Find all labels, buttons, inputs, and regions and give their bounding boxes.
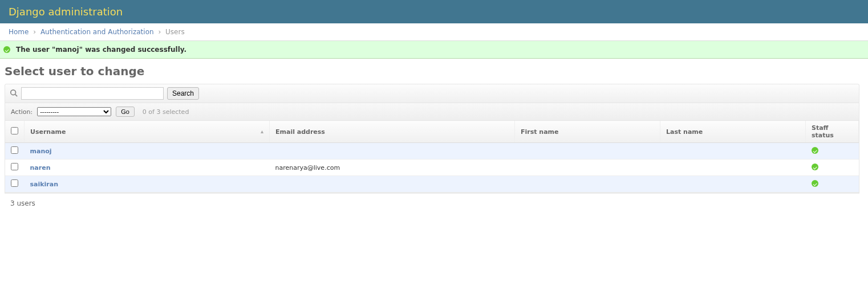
row-checkbox[interactable]: [11, 179, 18, 187]
table-row: manoj: [5, 143, 859, 160]
svg-line-1: [15, 94, 18, 96]
paginator: 3 users: [5, 193, 859, 213]
success-message: The user "manoj" was changed successfull…: [0, 41, 868, 58]
email-cell: narenarya@live.com: [270, 160, 515, 176]
select-all-checkbox[interactable]: [11, 127, 18, 134]
results-table-wrapper: Username ▴ Email address First name Last…: [5, 121, 859, 193]
first-name-cell: [515, 160, 660, 176]
breadcrumb-separator: ›: [156, 28, 163, 36]
search-button[interactable]: Search: [167, 87, 199, 100]
search-toolbar: Search: [5, 84, 859, 103]
col-last-name[interactable]: Last name: [660, 121, 806, 143]
col-staff-status[interactable]: Staff status: [806, 121, 859, 143]
col-first-name[interactable]: First name: [515, 121, 660, 143]
col-email[interactable]: Email address: [270, 121, 515, 143]
results-table: Username ▴ Email address First name Last…: [5, 121, 859, 193]
row-checkbox[interactable]: [11, 146, 18, 154]
svg-point-0: [11, 89, 16, 95]
success-message-text: The user "manoj" was changed successfull…: [16, 46, 186, 54]
check-icon: [812, 147, 818, 154]
username-link[interactable]: naren: [30, 164, 51, 171]
page-title: Select user to change: [5, 64, 859, 78]
first-name-cell: [515, 143, 660, 160]
username-link[interactable]: manoj: [30, 148, 52, 155]
staff-cell: [806, 143, 859, 160]
staff-cell: [806, 160, 859, 176]
col-username[interactable]: Username ▴: [25, 121, 270, 143]
breadcrumb-auth[interactable]: Authentication and Authorization: [40, 28, 154, 36]
selection-counter: 0 of 3 selected: [143, 108, 189, 116]
table-row: saikiran: [5, 176, 859, 193]
last-name-cell: [660, 160, 806, 176]
go-button[interactable]: Go: [116, 107, 135, 117]
first-name-cell: [515, 176, 660, 193]
content: Select user to change Search Action: ---…: [0, 59, 868, 224]
breadcrumb-current: Users: [165, 28, 185, 36]
breadcrumb-home[interactable]: Home: [9, 28, 29, 36]
email-cell: [270, 143, 515, 160]
success-icon: [3, 46, 10, 53]
table-row: narennarenarya@live.com: [5, 160, 859, 176]
action-bar: Action: --------- Go 0 of 3 selected: [5, 103, 859, 121]
row-checkbox[interactable]: [11, 163, 18, 170]
header: Django administration: [0, 0, 868, 23]
action-label: Action:: [11, 108, 33, 116]
table-header-row: Username ▴ Email address First name Last…: [5, 121, 859, 143]
action-select[interactable]: ---------: [37, 107, 111, 116]
sort-asc-icon: ▴: [261, 128, 263, 134]
staff-cell: [806, 176, 859, 193]
search-icon: [10, 89, 18, 99]
username-link[interactable]: saikiran: [30, 181, 59, 188]
search-input[interactable]: [21, 87, 164, 100]
col-username-label: Username: [30, 128, 66, 136]
email-cell: [270, 176, 515, 193]
check-icon: [812, 180, 818, 187]
message-list: The user "manoj" was changed successfull…: [0, 41, 868, 59]
check-icon: [812, 164, 818, 170]
last-name-cell: [660, 143, 806, 160]
col-select-all: [5, 121, 25, 143]
breadcrumb: Home › Authentication and Authorization …: [0, 23, 868, 41]
last-name-cell: [660, 176, 806, 193]
breadcrumb-separator: ›: [31, 28, 38, 36]
site-title: Django administration: [9, 6, 859, 18]
